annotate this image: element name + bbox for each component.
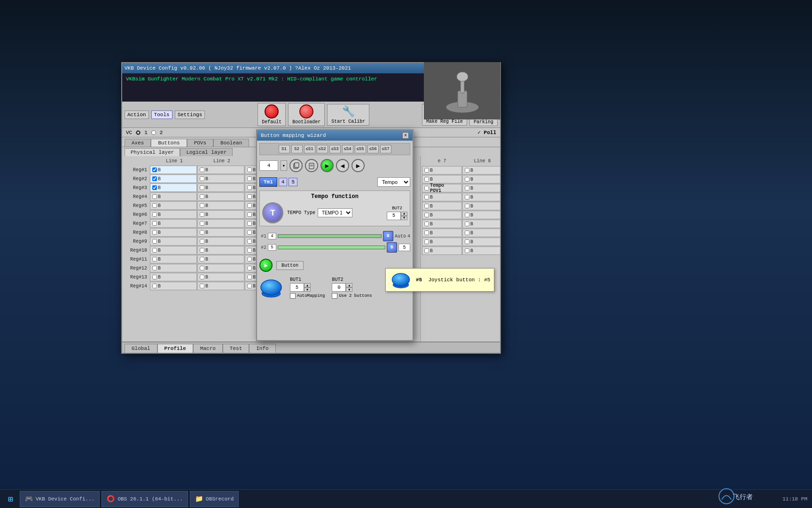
btn-r3-l2[interactable]: B: [197, 183, 244, 192]
green-play-button[interactable]: ▶: [259, 259, 273, 272]
rg-r5-l8[interactable]: B: [462, 202, 500, 210]
s-leq1-button[interactable]: ≤S1: [304, 145, 315, 153]
but2-down[interactable]: ▼: [401, 216, 407, 220]
slider1-track[interactable]: [278, 234, 382, 238]
number-spinner[interactable]: ▼: [281, 160, 287, 171]
logical-layer-tab[interactable]: Logical layer: [180, 148, 233, 156]
btn-r10-l1[interactable]: B: [150, 246, 197, 254]
next-button[interactable]: ▶: [351, 159, 365, 172]
rg-r4-l8[interactable]: B: [462, 193, 500, 201]
tools-tab[interactable]: Tools: [151, 111, 172, 119]
s-leq7-button[interactable]: ≤S7: [380, 145, 391, 153]
slider2-track[interactable]: [278, 246, 385, 249]
btn-r8-l2[interactable]: B: [197, 228, 244, 237]
bootloader-button[interactable]: Bootloader: [288, 103, 325, 126]
taskbar-item-obs[interactable]: ⭕ OBS 26.1.1 (64-bit...: [102, 491, 188, 507]
btn-r7-l2[interactable]: B: [197, 219, 244, 228]
number-selector[interactable]: 4: [259, 160, 278, 171]
rg-r4-l7[interactable]: B: [422, 193, 462, 201]
physical-layer-tab[interactable]: Physical layer: [125, 148, 180, 156]
slider1-b-btn[interactable]: B: [383, 231, 393, 241]
btn-r14-l2[interactable]: B: [197, 282, 244, 290]
btn-r2-l2[interactable]: B: [197, 175, 244, 183]
tab-boolean[interactable]: Boolean: [213, 139, 249, 147]
btn-r13-l1[interactable]: B: [150, 273, 197, 281]
rg-r2-l8[interactable]: B: [462, 175, 500, 183]
rg-r1-l8[interactable]: B: [462, 166, 500, 175]
tab-povs[interactable]: POVs: [187, 139, 213, 147]
tab-profile[interactable]: Profile: [157, 344, 193, 353]
tempo-type-select[interactable]: TEMPO 1 TEMPO 2: [318, 208, 352, 217]
tempo-dropdown[interactable]: Tempo Single Toggle: [377, 177, 410, 187]
rg-r3-l7[interactable]: TempoPOV1: [422, 184, 462, 192]
rg-r6-l7[interactable]: B: [422, 211, 462, 219]
rg-r9-l7[interactable]: B: [422, 238, 462, 246]
btn-r1-l1[interactable]: B: [150, 166, 197, 174]
s-leq6-button[interactable]: ≤S6: [367, 145, 379, 153]
btn-r6-l1[interactable]: B: [150, 210, 197, 219]
but2-bottom-up[interactable]: ▲: [346, 283, 352, 287]
but1-up[interactable]: ▲: [304, 283, 311, 287]
btn-r8-l1[interactable]: B: [150, 228, 197, 237]
btn-r1-l2[interactable]: B: [197, 166, 244, 174]
but2-up[interactable]: ▲: [401, 212, 407, 216]
btn-r12-l1[interactable]: B: [150, 264, 197, 272]
tab-axes[interactable]: Axes: [125, 139, 151, 147]
default-button[interactable]: Default: [258, 103, 286, 126]
rg-r10-l7[interactable]: B: [422, 246, 462, 255]
btn-r7-l1[interactable]: B: [150, 219, 197, 228]
s-leq3-button[interactable]: ≤S3: [329, 145, 341, 153]
tm1-button[interactable]: Tm1: [259, 177, 277, 187]
tab-buttons[interactable]: Buttons: [151, 139, 187, 147]
btn-r9-l1[interactable]: B: [150, 237, 197, 246]
taskbar-item-vkb[interactable]: 🎮 VKB Device Confi...: [20, 491, 100, 507]
copy-button2[interactable]: [305, 159, 318, 172]
but2-spinner[interactable]: ▲ ▼: [401, 212, 407, 220]
rg-r8-l7[interactable]: B: [422, 229, 462, 237]
rg-r9-l8[interactable]: B: [462, 238, 500, 246]
rg-r3-l8[interactable]: B: [462, 184, 500, 192]
btn-r4-l2[interactable]: B: [197, 192, 244, 201]
tab-global[interactable]: Global: [125, 344, 157, 353]
start-calibr-button[interactable]: 🔧 Start Calibr: [327, 104, 369, 126]
slider2-b-btn[interactable]: B: [387, 242, 397, 253]
s-leq5-button[interactable]: ≤S5: [355, 145, 366, 153]
s-leq4-button[interactable]: ≤S4: [342, 145, 353, 153]
btn-r14-l1[interactable]: B: [150, 282, 197, 290]
btn-r10-l2[interactable]: B: [197, 246, 244, 254]
action-tab[interactable]: Action: [125, 111, 149, 119]
automapping-checkbox[interactable]: [290, 293, 296, 299]
btn-r9-l2[interactable]: B: [197, 237, 244, 246]
use2buttons-checkbox[interactable]: [332, 293, 337, 299]
poll-label[interactable]: ✓ Poll: [477, 129, 496, 135]
vc-radio-1[interactable]: [136, 130, 141, 135]
rg-r10-l8[interactable]: B: [462, 246, 500, 255]
btn-r4-l1[interactable]: B: [150, 192, 197, 201]
but2-bottom-down[interactable]: ▼: [346, 287, 352, 292]
btn-r2-l1[interactable]: B: [150, 175, 197, 183]
rg-r8-l8[interactable]: B: [462, 229, 500, 237]
s-leq2-button[interactable]: ≤S2: [317, 145, 328, 153]
btn-r6-l2[interactable]: B: [197, 210, 244, 219]
s1-button[interactable]: S1: [279, 145, 290, 153]
rg-r7-l7[interactable]: B: [422, 220, 462, 228]
btn-r11-l1[interactable]: B: [150, 255, 197, 263]
copy-button1[interactable]: [289, 159, 303, 172]
but2-bottom-spinner[interactable]: ▲ ▼: [346, 283, 352, 292]
btn-r11-l2[interactable]: B: [197, 255, 244, 263]
settings-tab[interactable]: Settings: [175, 111, 205, 119]
start-button[interactable]: ⊞: [2, 491, 19, 507]
button-label-btn[interactable]: Button: [276, 261, 304, 270]
taskbar-item-obsrecord[interactable]: 📁 OBSrecord: [190, 491, 239, 507]
rg-r2-l7[interactable]: B: [422, 175, 462, 183]
btn-r13-l2[interactable]: B: [197, 273, 244, 281]
btn-r3-l1[interactable]: B: [150, 183, 197, 192]
s2-button[interactable]: S2: [291, 145, 303, 153]
rg-r1-l7[interactable]: B: [422, 166, 462, 175]
rg-r7-l8[interactable]: B: [462, 220, 500, 228]
btn-r12-l2[interactable]: B: [197, 264, 244, 272]
tab-info[interactable]: Info: [249, 344, 275, 353]
rg-r6-l8[interactable]: B: [462, 211, 500, 219]
tab-test[interactable]: Test: [223, 344, 249, 353]
but1-spinner[interactable]: ▲ ▼: [304, 283, 311, 292]
